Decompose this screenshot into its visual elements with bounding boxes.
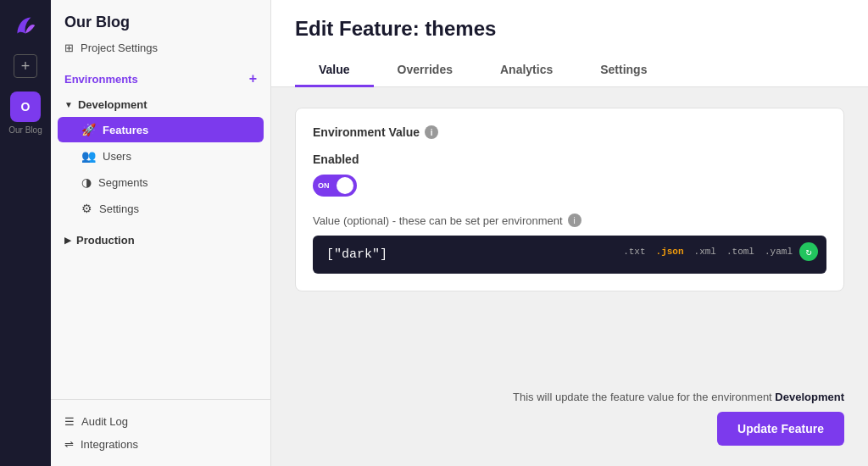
- env-value-label: Environment Value: [313, 125, 420, 139]
- code-toolbar: .txt .json .xml .toml .yaml ↻: [620, 242, 818, 261]
- org-label: Our Blog: [8, 125, 42, 135]
- add-environment-button[interactable]: +: [249, 71, 257, 86]
- features-icon: 🚀: [81, 123, 96, 136]
- environments-section: Environments +: [51, 64, 270, 93]
- ext-yaml[interactable]: .yaml: [761, 245, 796, 258]
- environments-label: Environments: [64, 73, 138, 86]
- optional-value-label: Value (optional) - these can be set per …: [313, 214, 826, 227]
- segments-icon: ◑: [81, 175, 92, 189]
- optional-value-info-icon[interactable]: i: [568, 214, 581, 227]
- toggle-on-label: ON: [318, 181, 330, 190]
- ext-json[interactable]: .json: [653, 245, 687, 258]
- production-chevron: ▶: [64, 236, 71, 245]
- icon-bar: + O Our Blog: [0, 0, 51, 466]
- nav-label-settings: Settings: [99, 202, 139, 215]
- app-logo: [10, 10, 41, 41]
- nav-item-users[interactable]: 👥 Users: [58, 143, 264, 169]
- nav-item-features[interactable]: 🚀 Features: [58, 117, 264, 142]
- update-footer: This will update the feature value for t…: [271, 391, 868, 466]
- development-chevron: ▼: [64, 100, 73, 109]
- grid-icon: ⊞: [64, 42, 74, 54]
- nav-label-segments: Segments: [98, 176, 148, 189]
- ext-txt[interactable]: .txt: [620, 245, 648, 258]
- sidebar-header: Our Blog ⊞ Project Settings: [51, 0, 270, 64]
- code-value: ["dark"]: [326, 247, 387, 262]
- update-environment-name: Development: [775, 391, 844, 403]
- nav-item-settings[interactable]: ⚙ Settings: [58, 196, 264, 221]
- add-project-button[interactable]: +: [14, 54, 37, 78]
- tab-overrides[interactable]: Overrides: [374, 54, 476, 87]
- audit-log-label: Audit Log: [81, 415, 128, 428]
- code-editor[interactable]: .txt .json .xml .toml .yaml ↻ ["dark"]: [313, 236, 826, 274]
- enabled-toggle[interactable]: ON: [313, 175, 357, 197]
- toggle-knob: [337, 177, 353, 194]
- main-content: Edit Feature: themes Value Overrides Ana…: [271, 0, 868, 466]
- production-group: ▶ Production: [51, 229, 270, 252]
- main-header: Edit Feature: themes Value Overrides Ana…: [271, 0, 868, 87]
- tab-value[interactable]: Value: [295, 54, 374, 87]
- production-label: Production: [76, 234, 135, 247]
- env-value-title: Environment Value i: [313, 125, 826, 139]
- development-label: Development: [78, 98, 147, 111]
- tab-settings[interactable]: Settings: [576, 54, 670, 87]
- update-notice-text: This will update the feature value for t…: [513, 391, 772, 403]
- sidebar: Our Blog ⊞ Project Settings Environments…: [51, 0, 271, 466]
- environment-value-card: Environment Value i Enabled ON Value (op…: [295, 108, 844, 291]
- production-group-header[interactable]: ▶ Production: [58, 229, 264, 252]
- page-title: Edit Feature: themes: [295, 17, 844, 41]
- tab-analytics[interactable]: Analytics: [476, 54, 576, 87]
- integrations-label: Integrations: [81, 438, 138, 451]
- nav-label-users: Users: [103, 150, 131, 163]
- content-area: Environment Value i Enabled ON Value (op…: [271, 87, 868, 391]
- copy-button[interactable]: ↻: [799, 242, 818, 261]
- users-icon: 👥: [81, 149, 96, 163]
- project-title: Our Blog: [64, 14, 257, 31]
- env-value-info-icon[interactable]: i: [425, 125, 438, 139]
- integrations-link[interactable]: ⇌ Integrations: [64, 433, 257, 456]
- integrations-icon: ⇌: [64, 438, 74, 451]
- sidebar-footer: ☰ Audit Log ⇌ Integrations: [51, 399, 270, 466]
- enabled-toggle-wrap: ON: [313, 175, 826, 197]
- update-notice: This will update the feature value for t…: [295, 391, 844, 403]
- ext-toml[interactable]: .toml: [723, 245, 758, 258]
- project-settings-label: Project Settings: [81, 42, 158, 54]
- optional-value-text: Value (optional) - these can be set per …: [313, 214, 563, 227]
- development-group-header[interactable]: ▼ Development: [58, 93, 264, 116]
- nav-label-features: Features: [103, 124, 148, 136]
- audit-log-icon: ☰: [64, 415, 75, 428]
- org-avatar[interactable]: O: [10, 92, 41, 122]
- audit-log-link[interactable]: ☰ Audit Log: [64, 410, 257, 433]
- ext-xml[interactable]: .xml: [691, 245, 720, 258]
- nav-item-segments[interactable]: ◑ Segments: [58, 169, 264, 195]
- development-group: ▼ Development 🚀 Features 👥 Users ◑ Segme…: [51, 93, 270, 222]
- enabled-label: Enabled: [313, 153, 826, 166]
- update-feature-button[interactable]: Update Feature: [717, 412, 844, 446]
- settings-icon: ⚙: [81, 202, 92, 215]
- project-settings-link[interactable]: ⊞ Project Settings: [64, 38, 257, 58]
- tabs: Value Overrides Analytics Settings: [295, 54, 844, 86]
